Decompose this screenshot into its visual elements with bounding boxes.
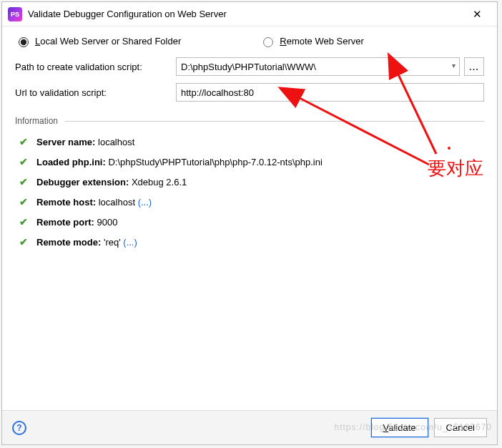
information-list: ✔ Server name: localhost ✔ Loaded php.in…: [15, 136, 484, 256]
divider: [65, 121, 484, 122]
info-key: Debugger extension:: [36, 177, 129, 188]
info-value: localhost: [98, 137, 134, 147]
check-icon: ✔: [19, 216, 31, 228]
browse-button[interactable]: ...: [464, 57, 484, 76]
close-icon: ✕: [473, 8, 482, 21]
titlebar: PS Validate Debugger Configuration on We…: [2, 2, 497, 26]
radio-remote-web-server[interactable]: Remote Web Server: [260, 35, 364, 47]
help-button[interactable]: ?: [12, 421, 26, 435]
info-value: D:\phpStudy\PHPTutorial\php\php-7.0.12-n…: [108, 157, 322, 167]
list-item: ✔ Server name: localhost: [15, 136, 484, 147]
check-icon: ✔: [19, 156, 31, 167]
url-label: Url to validation script:: [15, 87, 176, 98]
radio-local-label: Local Web Server or Shared Folder: [35, 36, 181, 47]
information-heading-label: Information: [15, 116, 58, 126]
check-icon: ✔: [19, 196, 31, 208]
info-value: 9000: [97, 217, 118, 228]
check-icon: ✔: [19, 176, 31, 188]
info-key: Server name:: [36, 137, 95, 147]
server-type-radio-group: Local Web Server or Shared Folder Remote…: [15, 35, 484, 47]
info-link[interactable]: (...): [123, 237, 137, 248]
list-item: ✔ Remote mode: 'req' (...): [15, 236, 484, 248]
list-item: ✔ Debugger extension: Xdebug 2.6.1: [15, 176, 484, 188]
info-key: Loaded php.ini:: [36, 157, 106, 167]
app-icon: PS: [8, 7, 22, 21]
info-key: Remote port:: [36, 217, 94, 228]
radio-remote-label: Remote Web Server: [280, 36, 364, 47]
dialog-body: Local Web Server or Shared Folder Remote…: [2, 26, 497, 410]
url-row: Url to validation script:: [15, 83, 484, 102]
radio-local-web-server[interactable]: Local Web Server or Shared Folder: [15, 35, 181, 47]
window-title: Validate Debugger Configuration on Web S…: [28, 9, 463, 19]
close-button[interactable]: ✕: [463, 4, 491, 25]
information-heading: Information: [15, 116, 484, 126]
radio-local-input[interactable]: [19, 37, 29, 47]
watermark: https://blog.51cto.com/u_15127670: [335, 422, 492, 432]
info-key: Remote host:: [36, 197, 96, 208]
path-row: Path to create validation script: ▾ ...: [15, 57, 484, 76]
list-item: ✔ Remote port: 9000: [15, 216, 484, 228]
radio-remote-input[interactable]: [263, 37, 273, 47]
list-item: ✔ Loaded php.ini: D:\phpStudy\PHPTutoria…: [15, 156, 484, 167]
check-icon: ✔: [19, 136, 31, 147]
path-input[interactable]: [176, 57, 460, 76]
info-value: Xdebug 2.6.1: [132, 177, 187, 188]
info-value: 'req': [104, 237, 121, 248]
path-label: Path to create validation script:: [15, 62, 176, 72]
dialog-window: PS Validate Debugger Configuration on We…: [1, 1, 498, 445]
url-input[interactable]: [176, 83, 484, 102]
info-value: localhost: [99, 197, 135, 208]
info-link[interactable]: (...): [138, 197, 152, 208]
info-key: Remote mode:: [36, 237, 101, 248]
list-item: ✔ Remote host: localhost (...): [15, 196, 484, 208]
annotation-dot: [448, 147, 451, 150]
check-icon: ✔: [19, 236, 31, 248]
